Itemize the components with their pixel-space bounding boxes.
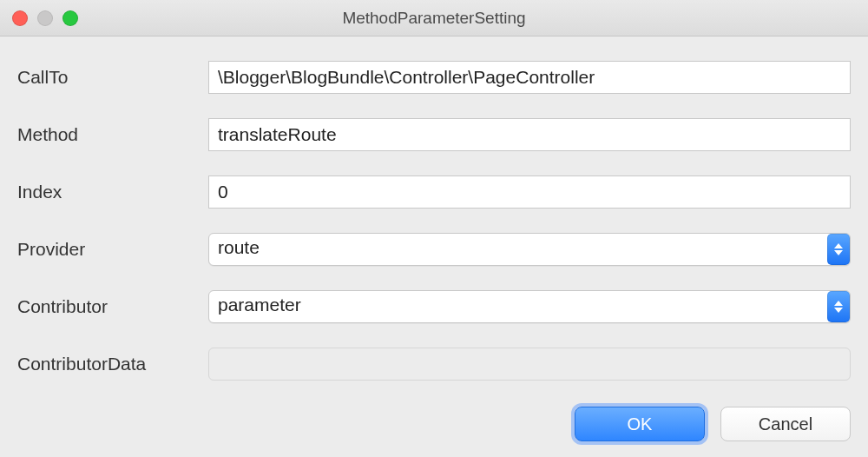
form-content: CallTo Method Index Provider route xyxy=(0,36,868,401)
contributor-label: Contributor xyxy=(17,296,208,317)
callTo-input[interactable] xyxy=(208,61,851,94)
method-input[interactable] xyxy=(208,118,851,151)
dialog-window: MethodParameterSetting CallTo Method Ind… xyxy=(0,0,868,457)
callTo-label: CallTo xyxy=(17,67,208,88)
minimize-icon xyxy=(37,10,53,26)
window-controls xyxy=(0,10,78,26)
contributorData-input xyxy=(208,348,851,381)
close-icon[interactable] xyxy=(12,10,28,26)
titlebar: MethodParameterSetting xyxy=(0,0,868,36)
contributorData-label: ContributorData xyxy=(17,354,208,374)
ok-button[interactable]: OK xyxy=(575,407,705,441)
index-input[interactable] xyxy=(208,176,851,209)
method-label: Method xyxy=(17,124,208,145)
contributor-select[interactable]: parameter xyxy=(208,290,851,323)
provider-stepper-icon[interactable] xyxy=(827,234,850,265)
provider-select[interactable]: route xyxy=(208,233,851,266)
zoom-icon[interactable] xyxy=(62,10,78,26)
contributor-stepper-icon[interactable] xyxy=(827,291,850,322)
cancel-button[interactable]: Cancel xyxy=(720,407,851,441)
provider-label: Provider xyxy=(17,239,208,260)
index-label: Index xyxy=(17,182,208,202)
window-title: MethodParameterSetting xyxy=(0,9,868,28)
button-bar: OK Cancel xyxy=(0,401,868,457)
